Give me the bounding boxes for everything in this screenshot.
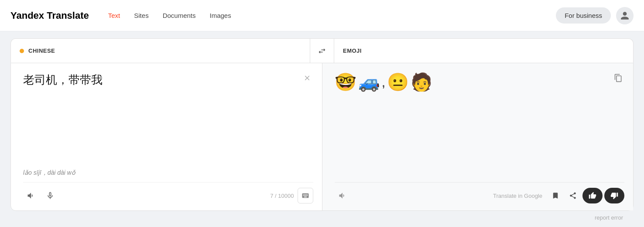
clear-button[interactable] xyxy=(300,71,314,85)
user-avatar[interactable] xyxy=(616,7,634,24)
translator: CHINESE EMOJI lǎo sījī，dài dài wǒ xyxy=(0,31,644,227)
logo: Yandex Translate xyxy=(10,10,89,21)
emoji-2: 🚙 xyxy=(358,72,380,92)
share-button[interactable] xyxy=(565,188,581,203)
nav-item-documents[interactable]: Documents xyxy=(158,8,201,23)
target-panel-footer: Translate in Google xyxy=(335,182,625,203)
emoji-comma: , xyxy=(382,74,386,90)
translation-panels: lǎo sījī，dài dài wǒ 7 / 10000 xyxy=(10,63,634,211)
right-action-buttons xyxy=(548,188,624,203)
source-speaker-button[interactable] xyxy=(23,188,39,203)
nav-item-sites[interactable]: Sites xyxy=(129,8,154,23)
nav-item-images[interactable]: Images xyxy=(205,8,236,23)
source-lang-section: CHINESE xyxy=(11,47,310,54)
emoji-1: 🤓 xyxy=(335,72,356,92)
source-mic-button[interactable] xyxy=(42,188,58,203)
source-input[interactable] xyxy=(23,72,313,166)
output-emojis: 🤓 🚙 , 😐 🧑 xyxy=(335,72,625,92)
copy-button[interactable] xyxy=(611,71,625,85)
source-panel-footer: 7 / 10000 xyxy=(23,182,313,203)
target-lang-label: EMOJI xyxy=(343,47,362,54)
char-count: 7 / 10000 xyxy=(270,193,294,199)
nav: Text Sites Documents Images xyxy=(103,8,556,23)
target-speaker-button[interactable] xyxy=(335,188,350,203)
thumbs-up-button[interactable] xyxy=(582,188,603,203)
keyboard-button[interactable] xyxy=(298,188,313,203)
bookmark-button[interactable] xyxy=(548,188,563,203)
emoji-3: 😐 xyxy=(387,72,409,92)
logo-text: Yandex Translate xyxy=(10,10,89,21)
thumbs-down-button[interactable] xyxy=(604,188,624,203)
source-lang-dot xyxy=(20,49,24,53)
transliteration-text: lǎo sījī，dài dài wǒ xyxy=(23,169,313,177)
for-business-button[interactable]: For business xyxy=(556,7,611,24)
header: Yandex Translate Text Sites Documents Im… xyxy=(0,0,644,31)
target-lang-section: EMOJI xyxy=(334,47,633,54)
header-right: For business xyxy=(556,7,634,24)
translate-in-google-link[interactable]: Translate in Google xyxy=(493,193,542,199)
nav-item-text[interactable]: Text xyxy=(103,8,126,23)
language-bar: CHINESE EMOJI xyxy=(10,38,634,63)
source-lang-label: CHINESE xyxy=(28,47,55,54)
source-panel: lǎo sījī，dài dài wǒ 7 / 10000 xyxy=(11,63,322,210)
source-footer-icons xyxy=(23,188,58,203)
emoji-4: 🧑 xyxy=(411,72,432,92)
swap-languages-button[interactable] xyxy=(310,39,334,63)
target-panel: 🤓 🚙 , 😐 🧑 Translate in Google xyxy=(322,63,634,210)
report-error-link[interactable]: report error xyxy=(10,211,634,224)
